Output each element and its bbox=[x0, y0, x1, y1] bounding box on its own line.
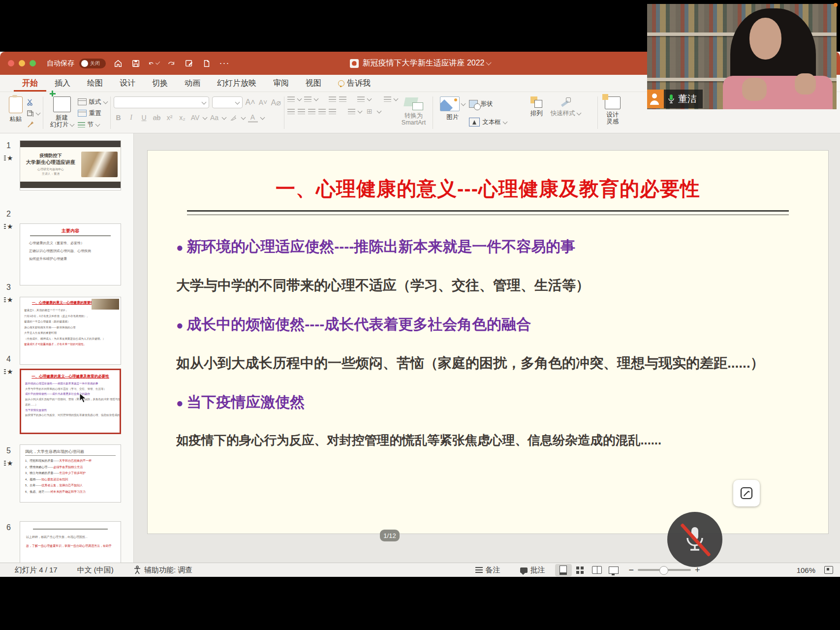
autosave-toggle[interactable]: 关闭 bbox=[79, 59, 106, 68]
change-case-button[interactable]: Aa bbox=[210, 113, 219, 123]
slide-bullet-line[interactable]: 成长中的烦恼使然----成长代表着更多社会角色的融合 bbox=[176, 314, 800, 335]
slide-sorter-view-button[interactable] bbox=[572, 564, 589, 576]
slide-thumbnail-5[interactable]: 因此，大学生容易出现的心理问题 1、理想和现实的矛盾——大学和自己想象的不一样2… bbox=[20, 444, 121, 503]
character-spacing-button[interactable]: AV bbox=[190, 113, 200, 123]
slide-thumbnail-1[interactable]: 疫情防控下 大学新生心理适应讲座 心理研究与咨询中心 主讲人：董洁 bbox=[20, 140, 121, 190]
section-button[interactable]: 节 bbox=[78, 120, 107, 129]
zoom-slider[interactable] bbox=[638, 569, 691, 571]
highlight-button[interactable] bbox=[229, 113, 239, 123]
zoom-slider-thumb[interactable] bbox=[659, 566, 668, 575]
menu-tab[interactable]: 绘图 bbox=[79, 75, 111, 92]
undo-chevron-icon[interactable] bbox=[156, 60, 160, 64]
normal-view-button[interactable] bbox=[555, 564, 572, 576]
slide-thumbnail-3[interactable]: 一、心理健康的意义---心理健康的重要性 健康是1，其他的都是一个一个的0，只有… bbox=[20, 297, 121, 365]
decrease-font-button[interactable]: A˅ bbox=[258, 97, 268, 107]
reset-button[interactable]: 重置 bbox=[78, 109, 107, 118]
slide-canvas[interactable]: 一、心理健康的意义---心理健康及教育的必要性 新环境的心理适应使然----推陈… bbox=[148, 151, 828, 534]
save-as-icon[interactable] bbox=[184, 58, 194, 69]
columns-button[interactable] bbox=[329, 109, 336, 114]
slide-thumbnail-2[interactable]: 主要内容 心理健康的意义（重要性、必要性）正确认识心理困扰或心理问题、心理疾病如… bbox=[20, 223, 121, 285]
slide-thumbnail-4-selected[interactable]: 一、心理健康的意义---心理健康及教育的必要性 新环境的心理适应使然——推陈出新… bbox=[20, 369, 121, 434]
slide-bullet-line[interactable]: 新环境的心理适应使然----推陈出新本来就是一件不容易的事 bbox=[176, 236, 800, 257]
bullets-chevron-icon[interactable] bbox=[297, 96, 302, 101]
font-name-combobox[interactable] bbox=[114, 96, 209, 108]
convert-to-smartart-button[interactable]: 转换为 SmartArt bbox=[398, 96, 430, 126]
quick-styles-button[interactable]: 快速样式 bbox=[547, 96, 585, 118]
new-slide-button[interactable]: 新建 幻灯片 bbox=[46, 96, 78, 128]
section-chevron-icon[interactable] bbox=[95, 122, 100, 126]
menu-tab[interactable]: 开始 bbox=[14, 75, 46, 92]
language-indicator[interactable]: 中文 (中国) bbox=[67, 566, 124, 575]
subscript-button[interactable]: x₂ bbox=[178, 113, 187, 123]
align-text-chevron-icon[interactable] bbox=[376, 108, 381, 113]
shapes-button[interactable]: 形状 bbox=[469, 99, 507, 108]
menu-tab[interactable]: 设计 bbox=[111, 75, 144, 92]
justify-button[interactable] bbox=[384, 96, 391, 102]
new-slide-chevron-icon[interactable] bbox=[69, 122, 74, 127]
align-left-button[interactable] bbox=[287, 109, 295, 114]
text-direction-chevron-icon[interactable] bbox=[357, 108, 362, 113]
menu-tab[interactable]: 幻灯片放映 bbox=[209, 75, 265, 92]
align-justify-button[interactable] bbox=[318, 109, 326, 114]
decrease-indent-button[interactable] bbox=[329, 96, 336, 102]
microphone-muted-button[interactable] bbox=[667, 512, 722, 567]
zoom-out-button[interactable]: − bbox=[629, 565, 634, 575]
textbox-button[interactable]: 文本框 bbox=[469, 118, 507, 126]
save-icon[interactable] bbox=[130, 58, 141, 69]
line-spacing-button[interactable] bbox=[357, 96, 365, 102]
undo-icon[interactable] bbox=[148, 58, 159, 69]
font-color-chevron-icon[interactable] bbox=[260, 115, 265, 120]
increase-font-button[interactable]: A˄ bbox=[246, 97, 255, 107]
textbox-chevron-icon[interactable] bbox=[502, 119, 507, 124]
underline-button[interactable]: U bbox=[139, 113, 149, 123]
arrange-button[interactable]: 排列 bbox=[527, 96, 547, 118]
slide-bullet-line[interactable]: 大学与中学的不同带来的心理不适应（学习、交往、管理、生活等） bbox=[176, 276, 800, 296]
format-painter-button[interactable] bbox=[27, 120, 40, 129]
slideshow-button[interactable] bbox=[605, 564, 622, 576]
menu-tab[interactable]: 切换 bbox=[144, 75, 176, 92]
reading-view-button[interactable] bbox=[589, 564, 605, 576]
bullets-button[interactable] bbox=[287, 96, 295, 102]
layout-button[interactable]: 版式 bbox=[78, 97, 107, 106]
paste-button[interactable]: 粘贴 bbox=[5, 96, 27, 124]
quick-styles-chevron-icon[interactable] bbox=[576, 111, 581, 116]
numbering-chevron-icon[interactable] bbox=[313, 96, 318, 101]
slide-bullet-line[interactable]: 如从小到大成长历程中的一些烦闷、苦恼（家庭的困扰，多角色的冲突、理想与现实的差距… bbox=[176, 353, 800, 374]
comments-button[interactable]: 批注 bbox=[510, 566, 555, 575]
line-spacing-chevron-icon[interactable] bbox=[367, 96, 372, 101]
picture-chevron-icon[interactable] bbox=[461, 101, 466, 106]
design-ideas-button[interactable]: 设计 灵感 bbox=[601, 96, 624, 126]
text-direction-button[interactable] bbox=[348, 109, 355, 114]
font-size-combobox[interactable] bbox=[212, 96, 243, 108]
slide-bullet-line[interactable]: 当下疫情应激使然 bbox=[176, 391, 800, 413]
align-center-button[interactable] bbox=[298, 109, 305, 114]
notes-button[interactable]: 备注 bbox=[466, 566, 510, 575]
close-button[interactable] bbox=[8, 60, 14, 66]
copy-chevron-icon[interactable] bbox=[36, 110, 41, 115]
align-text-button[interactable]: ⊞ bbox=[365, 106, 374, 116]
font-name-chevron-icon[interactable] bbox=[201, 99, 206, 104]
font-color-button[interactable]: A bbox=[248, 113, 258, 123]
menu-tab[interactable]: 视图 bbox=[297, 75, 330, 92]
menu-tab[interactable]: 审阅 bbox=[265, 75, 297, 92]
superscript-button[interactable]: x² bbox=[165, 113, 175, 123]
fit-to-window-button[interactable] bbox=[820, 564, 837, 576]
menu-tab[interactable]: 动画 bbox=[176, 75, 209, 92]
picture-button[interactable]: 图片 bbox=[436, 96, 469, 122]
fullscreen-button[interactable] bbox=[30, 60, 36, 66]
copy-button[interactable] bbox=[27, 109, 40, 118]
slide-body-text[interactable]: 新环境的心理适应使然----推陈出新本来就是一件不容易的事大学与中学的不同带来的… bbox=[148, 215, 828, 449]
numbering-button[interactable] bbox=[304, 96, 311, 102]
clear-formatting-button[interactable]: A⌀ bbox=[271, 97, 281, 107]
strikethrough-button[interactable]: ab bbox=[152, 113, 162, 123]
overflow-menu-icon[interactable]: ··· bbox=[219, 58, 230, 69]
slide-bullet-line[interactable]: 如疫情下的身心行为反应、对封控管理的慌乱等紧张焦虑心理、信息纷杂造成的混乱...… bbox=[176, 431, 800, 449]
new-document-icon[interactable] bbox=[201, 58, 212, 69]
menu-tab[interactable]: 插入 bbox=[46, 75, 79, 92]
minimize-button[interactable] bbox=[19, 60, 25, 66]
slide-title[interactable]: 一、心理健康的意义---心理健康及教育的必要性 bbox=[177, 175, 799, 202]
redo-icon[interactable] bbox=[166, 58, 177, 69]
zoom-percent[interactable]: 106% bbox=[797, 566, 815, 574]
increase-indent-button[interactable] bbox=[339, 96, 346, 102]
highlight-chevron-icon[interactable] bbox=[241, 115, 246, 120]
